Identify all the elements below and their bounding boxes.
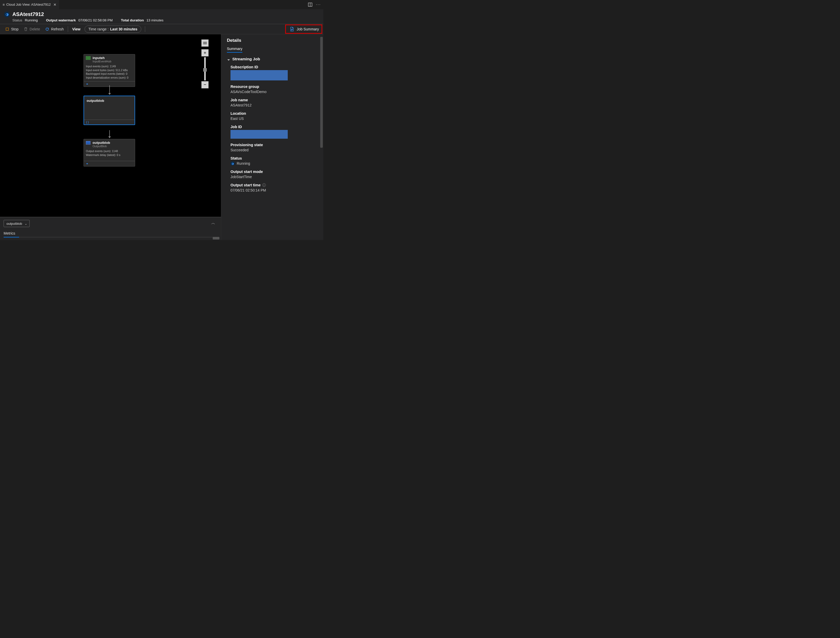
- info-icon[interactable]: i: [262, 183, 266, 187]
- time-range-selector[interactable]: Time range : Last 30 minutes: [85, 25, 141, 33]
- job-id-value: [231, 130, 288, 139]
- diagram-canvas[interactable]: + − inputeh InputEventHub Input events (…: [0, 34, 221, 217]
- resource-group-value: ASAVsCodeToolDemo: [231, 90, 319, 94]
- running-status-icon: ◑: [231, 161, 235, 166]
- zoom-out-button[interactable]: −: [201, 81, 208, 88]
- editor-tab[interactable]: ≡ Cloud Job View: ASAtest7912 ✕: [0, 0, 59, 9]
- node-selector[interactable]: outputblob ⌄: [4, 220, 30, 227]
- node-subtitle: OutputBlob: [93, 145, 135, 148]
- stop-label: Stop: [11, 27, 19, 31]
- blob-icon: [86, 141, 90, 145]
- node-footer: ⚭: [84, 161, 135, 166]
- scrollbar-thumb[interactable]: [320, 37, 323, 148]
- title-bar: ≡ Cloud Job View: ASAtest7912 ✕ ···: [0, 0, 323, 9]
- job-id-label: Job ID: [231, 125, 319, 129]
- resource-group-label: Resource group: [231, 85, 319, 89]
- status-label: Status: [13, 18, 22, 22]
- close-icon[interactable]: ✕: [54, 3, 57, 7]
- output-start-mode-label: Output start mode: [231, 170, 319, 174]
- svg-rect-3: [204, 42, 207, 44]
- refresh-label: Refresh: [51, 27, 64, 31]
- chevron-down-icon: ⌄: [24, 222, 27, 226]
- menu-icon: ≡: [3, 3, 5, 7]
- time-range-value: Last 30 minutes: [110, 27, 137, 31]
- eventhub-icon: [86, 56, 90, 60]
- job-icon: ◑: [4, 12, 10, 17]
- job-name-label: Job name: [231, 98, 319, 102]
- toolbar: Stop Delete Refresh View Time range : La…: [0, 24, 323, 34]
- zoom-in-button[interactable]: +: [201, 49, 208, 57]
- provisioning-state-value: Succeeded: [231, 148, 319, 152]
- node-title: outputblob: [87, 99, 104, 103]
- status-value: Running: [237, 161, 250, 166]
- collapse-panel-icon[interactable]: ︿: [211, 220, 215, 226]
- scrollbar-thumb[interactable]: [213, 237, 219, 240]
- tab-title: Cloud Job View: ASAtest7912: [6, 3, 51, 6]
- location-label: Location: [231, 111, 319, 115]
- diagram-node-input[interactable]: inputeh InputEventHub Input events (sum)…: [84, 54, 135, 87]
- zoom-slider[interactable]: [204, 57, 206, 81]
- node-footer: { }: [84, 120, 134, 125]
- diagram-node-query[interactable]: outputblob { }: [84, 96, 135, 125]
- job-summary-label: Job Summary: [297, 27, 319, 31]
- refresh-button[interactable]: Refresh: [43, 25, 66, 33]
- svg-point-5: [87, 58, 87, 58]
- subscription-id-value: [231, 70, 288, 81]
- node-title: outputblob: [93, 141, 110, 145]
- job-name-value: ASAtest7912: [231, 103, 319, 107]
- more-icon[interactable]: ···: [316, 2, 321, 7]
- view-label: View: [72, 27, 81, 31]
- stop-button[interactable]: Stop: [3, 25, 21, 33]
- fit-to-screen-button[interactable]: [201, 39, 208, 47]
- provisioning-state-label: Provisioning state: [231, 143, 319, 147]
- svg-point-6: [88, 58, 88, 58]
- metrics-panel: outputblob ⌄ ︿ Metrics: [0, 217, 221, 240]
- watermark-value: 07/06/21 02:58:08 PM: [78, 18, 113, 22]
- chevron-down-icon: ⌄: [227, 57, 230, 62]
- details-header: Details: [227, 38, 319, 43]
- node-subtitle: InputEventHub: [93, 60, 135, 63]
- output-start-mode-value: JobStartTime: [231, 175, 319, 179]
- details-panel: Details Summary ⌄ Streaming Job Subscrip…: [221, 34, 323, 240]
- duration-value: 13 minutes: [147, 18, 163, 22]
- svg-rect-4: [204, 43, 206, 44]
- delete-button[interactable]: Delete: [21, 25, 43, 33]
- watermark-label: Output watermark: [46, 18, 76, 22]
- page-title: ASAtest7912: [13, 11, 44, 17]
- diagram-arrow: [109, 130, 110, 138]
- split-editor-icon[interactable]: [308, 2, 313, 7]
- duration-label: Total duration: [121, 18, 144, 22]
- node-title: inputeh: [93, 56, 105, 60]
- job-summary-button[interactable]: Job Summary: [285, 24, 322, 34]
- job-header: ◑ ASAtest7912 Status Running Output wate…: [0, 9, 323, 24]
- diagram-node-output[interactable]: outputblob OutputBlob Output events (sum…: [84, 139, 135, 166]
- metrics-tab[interactable]: Metrics: [4, 231, 217, 235]
- time-range-label: Time range :: [88, 27, 109, 31]
- status-value: Running: [25, 18, 38, 22]
- svg-point-7: [89, 58, 90, 58]
- output-start-time-label: Output start time i: [231, 183, 319, 187]
- subscription-id-label: Subscription ID: [231, 65, 319, 69]
- node-selector-value: outputblob: [6, 222, 22, 226]
- location-value: East US: [231, 117, 319, 121]
- tab-summary[interactable]: Summary: [227, 47, 242, 52]
- status-label: Status: [231, 156, 319, 160]
- svg-rect-2: [6, 28, 8, 30]
- section-streaming-job[interactable]: ⌄ Streaming Job: [227, 57, 319, 62]
- diagram-arrow: [109, 85, 110, 95]
- view-button[interactable]: View: [69, 25, 83, 33]
- node-body: Output events (sum): 1148 Watermark dela…: [84, 149, 135, 158]
- node-body: Input events (sum): 1149 Input event byt…: [84, 64, 135, 81]
- output-start-time-value: 07/06/21 02:50:14 PM: [231, 188, 319, 192]
- delete-label: Delete: [30, 27, 40, 31]
